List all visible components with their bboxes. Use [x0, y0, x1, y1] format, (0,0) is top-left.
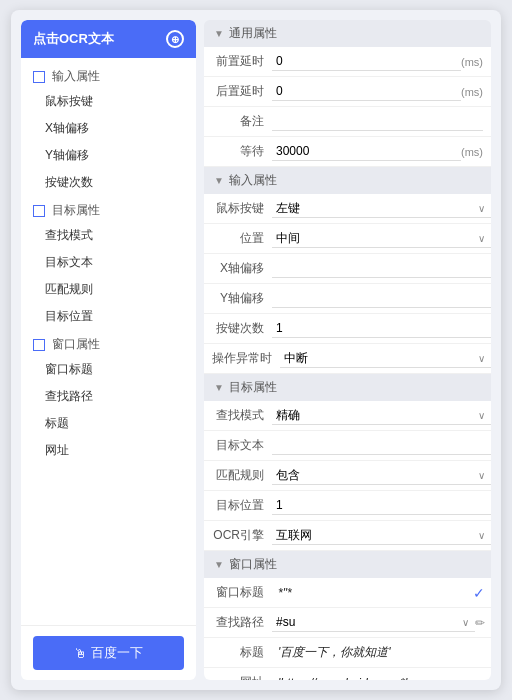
- prop-row-match-rule: 匹配规则 包含等于开头结尾: [204, 461, 491, 491]
- prop-label-wait: 等待: [204, 139, 272, 164]
- prop-label-mouse-btn: 鼠标按键: [204, 196, 272, 221]
- prop-row-mouse-btn: 鼠标按键 左键右键中键: [204, 194, 491, 224]
- sidebar-item-find-mode[interactable]: 查找模式: [21, 222, 196, 249]
- prop-select-find-path[interactable]: #su#kw: [272, 613, 475, 632]
- sidebar-item-target-text[interactable]: 目标文本: [21, 249, 196, 276]
- left-panel: 点击OCR文本 ⊕ 输入属性 鼠标按键 X轴偏移 Y轴偏移 按键次数 目标属性 …: [21, 20, 196, 680]
- prop-label-y-offset: Y轴偏移: [204, 286, 272, 311]
- target-icon: ⊕: [166, 30, 184, 48]
- section-square-icon: [33, 71, 45, 83]
- main-container: 点击OCR文本 ⊕ 输入属性 鼠标按键 X轴偏移 Y轴偏移 按键次数 目标属性 …: [11, 10, 501, 690]
- prop-select-match-rule[interactable]: 包含等于开头结尾: [272, 466, 491, 485]
- prop-label-target-text: 目标文本: [204, 433, 272, 458]
- left-preview-button[interactable]: 🖱 百度一下: [33, 636, 184, 670]
- prop-unit-post-delay: (ms): [461, 86, 491, 98]
- tick-icon-win-title: ✓: [473, 585, 491, 601]
- edit-icon-find-path[interactable]: ✏: [475, 616, 491, 630]
- prop-select-exception[interactable]: 中断继续重试: [280, 349, 491, 368]
- sidebar-item-match-rule[interactable]: 匹配规则: [21, 276, 196, 303]
- prop-select-mouse-btn[interactable]: 左键右键中键: [272, 199, 491, 218]
- select-wrapper-exception: 中断继续重试: [280, 349, 491, 368]
- prop-label-position: 位置: [204, 226, 272, 251]
- section-square-icon3: [33, 339, 45, 351]
- prop-row-note: 备注: [204, 107, 491, 137]
- select-wrapper-find-mode: 精确模糊: [272, 406, 491, 425]
- prop-label-win-title: 窗口标题: [204, 580, 272, 605]
- chevron-icon-general: ▼: [214, 28, 224, 39]
- prop-row-x-offset: X轴偏移: [204, 254, 491, 284]
- left-footer: 🖱 百度一下: [21, 625, 196, 680]
- prop-row-find-path: 查找路径 #su#kw ✏: [204, 608, 491, 638]
- cursor-icon-left: 🖱: [74, 646, 87, 661]
- section-label-input: 输入属性: [21, 62, 196, 88]
- sidebar-item-target-pos[interactable]: 目标位置: [21, 303, 196, 330]
- prop-input-wait[interactable]: [272, 142, 461, 161]
- section-label-window: 窗口属性: [21, 330, 196, 356]
- right-panel: ▼ 通用属性 前置延时 (ms) 后置延时 (ms) 备注 等待 (ms) ▼ …: [204, 20, 491, 680]
- section-header-target[interactable]: ▼ 目标属性: [204, 374, 491, 401]
- prop-row-post-delay: 后置延时 (ms): [204, 77, 491, 107]
- prop-row-url: 网址 'https://www.baidu.com*': [204, 668, 491, 680]
- prop-row-pre-delay: 前置延时 (ms): [204, 47, 491, 77]
- chevron-icon-target: ▼: [214, 382, 224, 393]
- section-header-window[interactable]: ▼ 窗口属性: [204, 551, 491, 578]
- prop-label-exception: 操作异常时: [204, 346, 280, 371]
- prop-input-key-count[interactable]: [272, 319, 491, 338]
- sidebar-item-window-title[interactable]: 窗口标题: [21, 356, 196, 383]
- prop-row-ocr-engine: OCR引擎 互联网本地: [204, 521, 491, 551]
- prop-label-post-delay: 后置延时: [204, 79, 272, 104]
- left-menu: 输入属性 鼠标按键 X轴偏移 Y轴偏移 按键次数 目标属性 查找模式 目标文本 …: [21, 58, 196, 625]
- prop-input-target-text[interactable]: [272, 436, 491, 455]
- section-square-icon2: [33, 205, 45, 217]
- prop-row-title: 标题 '百度一下，你就知道': [204, 638, 491, 668]
- prop-label-find-path: 查找路径: [204, 610, 272, 635]
- prop-input-y-offset[interactable]: [272, 289, 491, 308]
- prop-select-find-mode[interactable]: 精确模糊: [272, 406, 491, 425]
- prop-select-ocr-engine[interactable]: 互联网本地: [272, 526, 491, 545]
- prop-unit-pre-delay: (ms): [461, 56, 491, 68]
- chevron-icon-window: ▼: [214, 559, 224, 570]
- prop-input-note[interactable]: [272, 112, 483, 131]
- left-header: 点击OCR文本 ⊕: [21, 20, 196, 58]
- select-wrapper-find-path: #su#kw: [272, 613, 475, 632]
- prop-row-target-pos: 目标位置: [204, 491, 491, 521]
- prop-value-win-title: *"*: [272, 582, 473, 604]
- prop-input-x-offset[interactable]: [272, 259, 491, 278]
- prop-label-pre-delay: 前置延时: [204, 49, 272, 74]
- section-title-input: 输入属性: [229, 172, 277, 189]
- sidebar-item-url[interactable]: 网址: [21, 437, 196, 464]
- prop-input-target-pos[interactable]: [272, 496, 491, 515]
- prop-label-key-count: 按键次数: [204, 316, 272, 341]
- prop-label-url: 网址: [204, 670, 272, 680]
- prop-row-target-text: 目标文本: [204, 431, 491, 461]
- prop-row-y-offset: Y轴偏移: [204, 284, 491, 314]
- section-header-input[interactable]: ▼ 输入属性: [204, 167, 491, 194]
- select-wrapper-ocr-engine: 互联网本地: [272, 526, 491, 545]
- prop-label-x-offset: X轴偏移: [204, 256, 272, 281]
- prop-label-ocr-engine: OCR引擎: [204, 523, 272, 548]
- sidebar-item-key-count[interactable]: 按键次数: [21, 169, 196, 196]
- prop-label-target-pos: 目标位置: [204, 493, 272, 518]
- prop-value-url: 'https://www.baidu.com*': [272, 672, 491, 681]
- sidebar-item-title[interactable]: 标题: [21, 410, 196, 437]
- sidebar-item-mouse-key[interactable]: 鼠标按键: [21, 88, 196, 115]
- prop-unit-wait: (ms): [461, 146, 491, 158]
- sidebar-item-x-offset[interactable]: X轴偏移: [21, 115, 196, 142]
- sidebar-item-y-offset[interactable]: Y轴偏移: [21, 142, 196, 169]
- prop-label-match-rule: 匹配规则: [204, 463, 272, 488]
- prop-input-pre-delay[interactable]: [272, 52, 461, 71]
- prop-row-key-count: 按键次数: [204, 314, 491, 344]
- left-header-title: 点击OCR文本: [33, 30, 114, 48]
- section-header-general[interactable]: ▼ 通用属性: [204, 20, 491, 47]
- select-wrapper-match-rule: 包含等于开头结尾: [272, 466, 491, 485]
- section-label-target: 目标属性: [21, 196, 196, 222]
- select-wrapper-position: 中间左上右上左下右下: [272, 229, 491, 248]
- prop-row-position: 位置 中间左上右上左下右下: [204, 224, 491, 254]
- left-preview-label: 百度一下: [91, 644, 143, 662]
- prop-input-post-delay[interactable]: [272, 82, 461, 101]
- sidebar-item-find-path[interactable]: 查找路径: [21, 383, 196, 410]
- prop-row-win-title: 窗口标题 *"* ✓: [204, 578, 491, 608]
- chevron-icon-input: ▼: [214, 175, 224, 186]
- section-title-window: 窗口属性: [229, 556, 277, 573]
- prop-select-position[interactable]: 中间左上右上左下右下: [272, 229, 491, 248]
